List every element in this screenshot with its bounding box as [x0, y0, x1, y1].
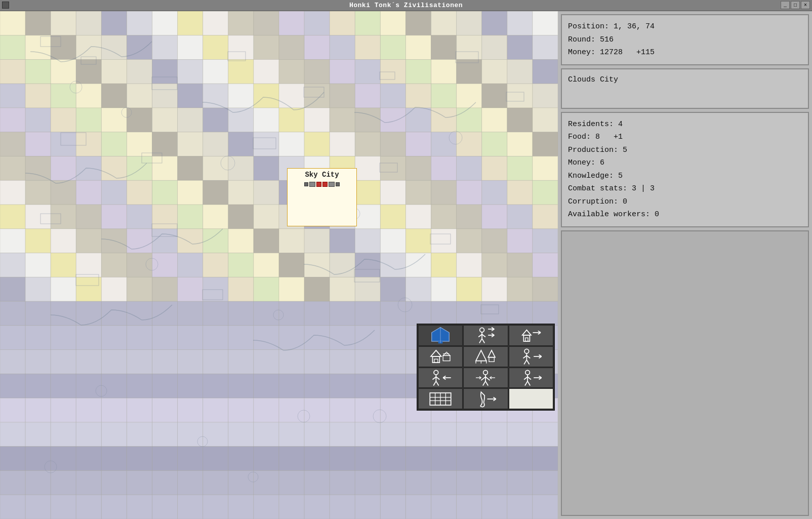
food-line: Food: 8 +1: [568, 131, 802, 144]
corruption-line: Corruption: 0: [568, 195, 802, 209]
position-label: Position: 1, 36, 74: [568, 22, 655, 31]
workers-line: Available workers: 0: [568, 208, 802, 221]
action-btn-grid[interactable]: [418, 388, 463, 409]
action-btn-person-migrate[interactable]: [463, 325, 508, 346]
sidebar: Position: 1, 36, 74 Round: 516 Money: 12…: [558, 11, 812, 519]
action-btn-house[interactable]: [418, 346, 463, 367]
svg-line-67: [525, 381, 527, 386]
money-stat-line: Money: 6: [568, 156, 802, 170]
residents-line: Residents: 4: [568, 118, 802, 131]
knowledge-line: Knowledge: 5: [568, 170, 802, 183]
map-tiles: [0, 11, 558, 519]
svg-rect-23: [434, 359, 438, 363]
round-line: Round: 516: [568, 33, 802, 47]
action-btn-house-export[interactable]: [509, 325, 553, 346]
map-area[interactable]: Sky City: [0, 11, 558, 519]
money-label: Money: 12728 +115: [568, 48, 655, 57]
svg-marker-15: [522, 330, 531, 335]
position-line: Position: 1, 36, 74: [568, 20, 802, 33]
maximize-button[interactable]: □: [791, 1, 800, 9]
svg-line-36: [526, 355, 530, 358]
svg-rect-25: [443, 355, 450, 361]
svg-rect-22: [433, 356, 440, 363]
svg-rect-17: [525, 338, 528, 342]
titlebar: Honki Tonk´s Zivilisationen _ □ ×: [0, 0, 812, 11]
window-title: Honki Tonk´s Zivilisationen: [349, 2, 463, 9]
building-5: [329, 182, 335, 187]
svg-line-66: [527, 377, 531, 379]
action-bar: [417, 324, 555, 411]
svg-line-56: [485, 381, 488, 386]
building-2: [309, 182, 315, 187]
city-panel-name: Clouds City: [568, 74, 802, 86]
minimize-button[interactable]: _: [781, 1, 790, 9]
round-label: Round: 516: [568, 35, 614, 44]
svg-line-35: [523, 355, 526, 358]
svg-rect-16: [523, 335, 530, 341]
svg-line-53: [481, 377, 486, 380]
svg-marker-31: [489, 350, 496, 357]
app-icon: [2, 2, 9, 9]
svg-line-46: [433, 381, 436, 386]
svg-line-7: [479, 339, 482, 343]
building-6: [336, 182, 340, 186]
combat-line: Combat stats: 3 | 3: [568, 182, 802, 195]
action-btn-person-enter[interactable]: [418, 368, 463, 388]
svg-line-8: [482, 339, 485, 343]
svg-line-54: [485, 377, 490, 380]
svg-line-6: [482, 335, 486, 337]
production-line: Production: 5: [568, 144, 802, 157]
svg-line-38: [526, 360, 529, 365]
window-controls[interactable]: _ □ ×: [781, 1, 810, 9]
svg-line-55: [483, 381, 485, 386]
close-button[interactable]: ×: [801, 1, 810, 9]
money-line: Money: 12728 +115: [568, 46, 802, 59]
svg-point-42: [434, 370, 438, 375]
svg-point-63: [525, 370, 530, 375]
svg-point-3: [480, 328, 484, 333]
svg-line-68: [527, 381, 530, 386]
building-4: [322, 182, 328, 187]
building-1: [304, 182, 308, 186]
svg-point-51: [483, 370, 488, 375]
sidebar-lower: [561, 230, 809, 516]
city-popup-name: Sky City: [305, 171, 339, 179]
svg-line-45: [436, 377, 440, 379]
svg-line-65: [524, 377, 527, 379]
svg-point-33: [524, 349, 529, 353]
main-layout: Sky City: [0, 11, 812, 519]
svg-marker-27: [476, 350, 486, 361]
city-stats-panel: Residents: 4 Food: 8 +1 Production: 5 Mo…: [561, 112, 809, 227]
svg-rect-32: [489, 357, 494, 362]
action-btn-person-exit[interactable]: [509, 346, 553, 367]
action-btn-filter[interactable]: [418, 325, 463, 346]
city-buildings: [304, 182, 340, 187]
svg-marker-21: [431, 350, 441, 356]
city-popup[interactable]: Sky City: [287, 168, 357, 226]
svg-line-5: [479, 335, 482, 337]
svg-line-47: [436, 381, 439, 386]
action-btn-person-center[interactable]: [463, 368, 508, 388]
action-btn-person-arrow2[interactable]: [509, 368, 553, 388]
svg-line-37: [524, 360, 526, 365]
action-btn-empty[interactable]: [509, 388, 553, 409]
building-3: [316, 182, 321, 187]
city-name-panel: Clouds City: [561, 68, 809, 109]
svg-line-44: [433, 377, 436, 379]
action-btn-foot[interactable]: [463, 388, 508, 409]
info-panel: Position: 1, 36, 74 Round: 516 Money: 12…: [561, 14, 809, 65]
action-btn-tent[interactable]: [463, 346, 508, 367]
